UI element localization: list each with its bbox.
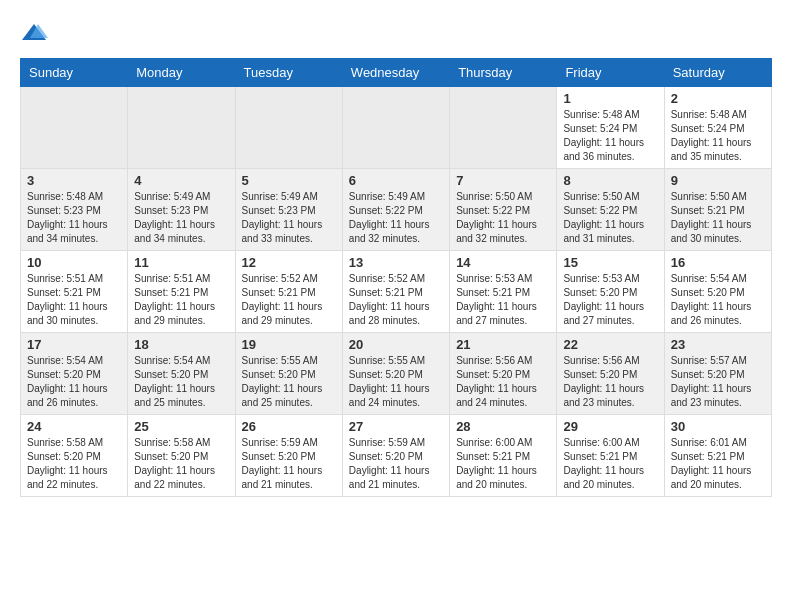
day-cell: 4Sunrise: 5:49 AM Sunset: 5:23 PM Daylig… <box>128 169 235 251</box>
day-info: Sunrise: 5:51 AM Sunset: 5:21 PM Dayligh… <box>27 272 121 328</box>
day-cell: 20Sunrise: 5:55 AM Sunset: 5:20 PM Dayli… <box>342 333 449 415</box>
day-number: 11 <box>134 255 228 270</box>
day-info: Sunrise: 5:48 AM Sunset: 5:24 PM Dayligh… <box>671 108 765 164</box>
day-number: 16 <box>671 255 765 270</box>
day-number: 26 <box>242 419 336 434</box>
day-cell <box>342 87 449 169</box>
week-row-0: 1Sunrise: 5:48 AM Sunset: 5:24 PM Daylig… <box>21 87 772 169</box>
day-cell: 3Sunrise: 5:48 AM Sunset: 5:23 PM Daylig… <box>21 169 128 251</box>
week-row-2: 10Sunrise: 5:51 AM Sunset: 5:21 PM Dayli… <box>21 251 772 333</box>
day-number: 25 <box>134 419 228 434</box>
day-cell: 9Sunrise: 5:50 AM Sunset: 5:21 PM Daylig… <box>664 169 771 251</box>
day-cell: 7Sunrise: 5:50 AM Sunset: 5:22 PM Daylig… <box>450 169 557 251</box>
day-info: Sunrise: 6:00 AM Sunset: 5:21 PM Dayligh… <box>456 436 550 492</box>
day-info: Sunrise: 5:54 AM Sunset: 5:20 PM Dayligh… <box>134 354 228 410</box>
weekday-header-row: SundayMondayTuesdayWednesdayThursdayFrid… <box>21 59 772 87</box>
week-row-4: 24Sunrise: 5:58 AM Sunset: 5:20 PM Dayli… <box>21 415 772 497</box>
calendar: SundayMondayTuesdayWednesdayThursdayFrid… <box>20 58 772 497</box>
day-number: 30 <box>671 419 765 434</box>
page: SundayMondayTuesdayWednesdayThursdayFrid… <box>0 0 792 507</box>
day-number: 22 <box>563 337 657 352</box>
day-number: 28 <box>456 419 550 434</box>
day-cell: 15Sunrise: 5:53 AM Sunset: 5:20 PM Dayli… <box>557 251 664 333</box>
day-number: 3 <box>27 173 121 188</box>
day-number: 15 <box>563 255 657 270</box>
day-cell: 27Sunrise: 5:59 AM Sunset: 5:20 PM Dayli… <box>342 415 449 497</box>
day-info: Sunrise: 5:51 AM Sunset: 5:21 PM Dayligh… <box>134 272 228 328</box>
day-info: Sunrise: 5:50 AM Sunset: 5:22 PM Dayligh… <box>563 190 657 246</box>
weekday-header-tuesday: Tuesday <box>235 59 342 87</box>
day-cell: 16Sunrise: 5:54 AM Sunset: 5:20 PM Dayli… <box>664 251 771 333</box>
day-info: Sunrise: 5:55 AM Sunset: 5:20 PM Dayligh… <box>242 354 336 410</box>
day-info: Sunrise: 5:52 AM Sunset: 5:21 PM Dayligh… <box>242 272 336 328</box>
day-number: 12 <box>242 255 336 270</box>
day-info: Sunrise: 5:49 AM Sunset: 5:23 PM Dayligh… <box>134 190 228 246</box>
day-cell: 14Sunrise: 5:53 AM Sunset: 5:21 PM Dayli… <box>450 251 557 333</box>
day-info: Sunrise: 5:58 AM Sunset: 5:20 PM Dayligh… <box>134 436 228 492</box>
day-info: Sunrise: 5:53 AM Sunset: 5:21 PM Dayligh… <box>456 272 550 328</box>
weekday-header-saturday: Saturday <box>664 59 771 87</box>
day-number: 4 <box>134 173 228 188</box>
logo-icon <box>20 20 48 48</box>
day-cell <box>128 87 235 169</box>
day-cell <box>450 87 557 169</box>
weekday-header-sunday: Sunday <box>21 59 128 87</box>
day-info: Sunrise: 5:56 AM Sunset: 5:20 PM Dayligh… <box>563 354 657 410</box>
day-cell: 29Sunrise: 6:00 AM Sunset: 5:21 PM Dayli… <box>557 415 664 497</box>
day-cell: 6Sunrise: 5:49 AM Sunset: 5:22 PM Daylig… <box>342 169 449 251</box>
day-cell: 8Sunrise: 5:50 AM Sunset: 5:22 PM Daylig… <box>557 169 664 251</box>
week-row-1: 3Sunrise: 5:48 AM Sunset: 5:23 PM Daylig… <box>21 169 772 251</box>
day-number: 2 <box>671 91 765 106</box>
weekday-header-monday: Monday <box>128 59 235 87</box>
day-cell: 19Sunrise: 5:55 AM Sunset: 5:20 PM Dayli… <box>235 333 342 415</box>
day-number: 10 <box>27 255 121 270</box>
day-info: Sunrise: 5:49 AM Sunset: 5:23 PM Dayligh… <box>242 190 336 246</box>
day-info: Sunrise: 5:55 AM Sunset: 5:20 PM Dayligh… <box>349 354 443 410</box>
day-cell: 18Sunrise: 5:54 AM Sunset: 5:20 PM Dayli… <box>128 333 235 415</box>
day-number: 9 <box>671 173 765 188</box>
day-cell: 30Sunrise: 6:01 AM Sunset: 5:21 PM Dayli… <box>664 415 771 497</box>
day-cell: 13Sunrise: 5:52 AM Sunset: 5:21 PM Dayli… <box>342 251 449 333</box>
day-number: 1 <box>563 91 657 106</box>
day-number: 19 <box>242 337 336 352</box>
day-cell: 23Sunrise: 5:57 AM Sunset: 5:20 PM Dayli… <box>664 333 771 415</box>
day-info: Sunrise: 5:54 AM Sunset: 5:20 PM Dayligh… <box>671 272 765 328</box>
day-number: 21 <box>456 337 550 352</box>
day-cell: 28Sunrise: 6:00 AM Sunset: 5:21 PM Dayli… <box>450 415 557 497</box>
day-info: Sunrise: 5:57 AM Sunset: 5:20 PM Dayligh… <box>671 354 765 410</box>
day-number: 13 <box>349 255 443 270</box>
day-info: Sunrise: 5:52 AM Sunset: 5:21 PM Dayligh… <box>349 272 443 328</box>
day-cell: 10Sunrise: 5:51 AM Sunset: 5:21 PM Dayli… <box>21 251 128 333</box>
day-info: Sunrise: 6:01 AM Sunset: 5:21 PM Dayligh… <box>671 436 765 492</box>
day-number: 17 <box>27 337 121 352</box>
day-number: 27 <box>349 419 443 434</box>
day-info: Sunrise: 5:54 AM Sunset: 5:20 PM Dayligh… <box>27 354 121 410</box>
week-row-3: 17Sunrise: 5:54 AM Sunset: 5:20 PM Dayli… <box>21 333 772 415</box>
weekday-header-wednesday: Wednesday <box>342 59 449 87</box>
header <box>20 20 772 48</box>
day-cell: 25Sunrise: 5:58 AM Sunset: 5:20 PM Dayli… <box>128 415 235 497</box>
day-info: Sunrise: 5:58 AM Sunset: 5:20 PM Dayligh… <box>27 436 121 492</box>
day-info: Sunrise: 5:59 AM Sunset: 5:20 PM Dayligh… <box>349 436 443 492</box>
day-cell: 12Sunrise: 5:52 AM Sunset: 5:21 PM Dayli… <box>235 251 342 333</box>
day-cell: 22Sunrise: 5:56 AM Sunset: 5:20 PM Dayli… <box>557 333 664 415</box>
day-number: 23 <box>671 337 765 352</box>
day-cell: 17Sunrise: 5:54 AM Sunset: 5:20 PM Dayli… <box>21 333 128 415</box>
day-cell <box>235 87 342 169</box>
day-number: 14 <box>456 255 550 270</box>
weekday-header-thursday: Thursday <box>450 59 557 87</box>
day-cell: 11Sunrise: 5:51 AM Sunset: 5:21 PM Dayli… <box>128 251 235 333</box>
day-cell: 24Sunrise: 5:58 AM Sunset: 5:20 PM Dayli… <box>21 415 128 497</box>
day-number: 20 <box>349 337 443 352</box>
day-number: 8 <box>563 173 657 188</box>
day-info: Sunrise: 5:48 AM Sunset: 5:24 PM Dayligh… <box>563 108 657 164</box>
day-info: Sunrise: 5:50 AM Sunset: 5:21 PM Dayligh… <box>671 190 765 246</box>
day-number: 29 <box>563 419 657 434</box>
day-info: Sunrise: 5:49 AM Sunset: 5:22 PM Dayligh… <box>349 190 443 246</box>
day-cell: 26Sunrise: 5:59 AM Sunset: 5:20 PM Dayli… <box>235 415 342 497</box>
day-cell: 21Sunrise: 5:56 AM Sunset: 5:20 PM Dayli… <box>450 333 557 415</box>
day-number: 6 <box>349 173 443 188</box>
day-number: 18 <box>134 337 228 352</box>
day-number: 7 <box>456 173 550 188</box>
day-number: 24 <box>27 419 121 434</box>
